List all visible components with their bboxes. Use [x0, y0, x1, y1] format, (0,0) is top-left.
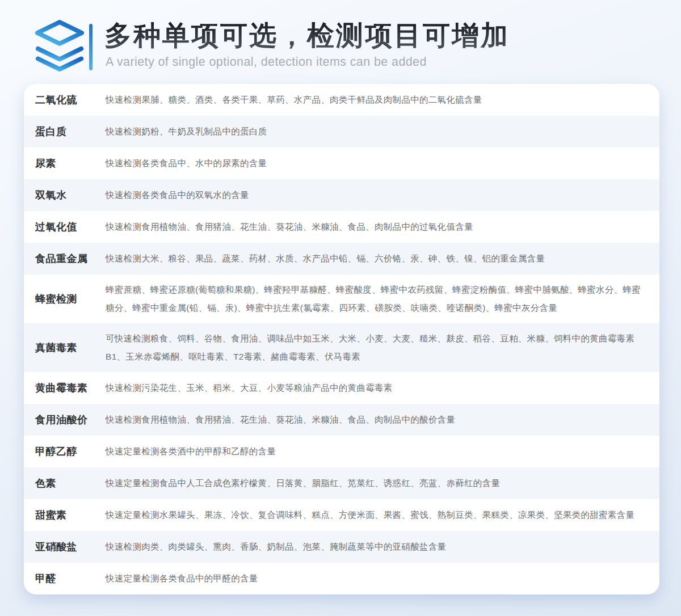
item-name: 亚硝酸盐 — [24, 540, 106, 554]
item-name: 双氧水 — [24, 188, 106, 202]
table-row: 黄曲霉毒素 快速检测污染花生、玉米、稻米、大豆、小麦等粮油产品中的黄曲霉毒素 — [24, 372, 659, 404]
item-description: 快速检测各类食品中、水中的尿素的含量 — [106, 148, 659, 179]
table-row: 甲醛 快速定量检测各类食品中的甲醛的含量 — [24, 563, 659, 594]
item-description: 快速检测各类食品中的双氧水的含量 — [106, 180, 659, 210]
item-name: 真菌毒素 — [24, 341, 106, 355]
item-description: 快速检测果脯、糖类、酒类、各类干果、草药、水产品、肉类干鲜品及肉制品中的二氧化硫… — [106, 85, 659, 115]
item-name: 甲醛 — [24, 572, 106, 585]
item-description: 快速检测肉类、肉类罐头、熏肉、香肠、奶制品、泡菜、腌制蔬菜等中的亚硝酸盐含量 — [106, 531, 659, 562]
item-name: 色素 — [24, 476, 106, 490]
item-description: 快速检测食用植物油、食用猪油、花生油、葵花油、米糠油、食品、肉制品中的酸价含量 — [106, 404, 659, 435]
table-row: 食用油酸价 快速检测食用植物油、食用猪油、花生油、葵花油、米糠油、食品、肉制品中… — [24, 404, 659, 436]
page-header: 多种单项可选，检测项目可增加 A variety of single optio… — [0, 0, 681, 84]
item-description: 快速定量检测各类酒中的甲醇和乙醇的含量 — [106, 436, 659, 467]
page-subtitle: A variety of single optional, detection … — [106, 54, 649, 69]
item-description: 快速检测奶粉、牛奶及乳制品中的蛋白质 — [106, 116, 659, 147]
item-name: 过氧化值 — [24, 220, 106, 234]
item-description: 蜂蜜蔗糖、蜂蜜还原糖(葡萄糖和果糖)、蜂蜜羟甲基糠醛、蜂蜜酸度、蜂蜜中农药残留、… — [106, 275, 659, 323]
table-row: 二氧化硫 快速检测果脯、糖类、酒类、各类干果、草药、水产品、肉类干鲜品及肉制品中… — [24, 84, 659, 116]
item-name: 甜蜜素 — [24, 508, 106, 522]
table-row: 亚硝酸盐 快速检测肉类、肉类罐头、熏肉、香肠、奶制品、泡菜、腌制蔬菜等中的亚硝酸… — [24, 531, 659, 563]
table-row: 蜂蜜检测 蜂蜜蔗糖、蜂蜜还原糖(葡萄糖和果糖)、蜂蜜羟甲基糠醛、蜂蜜酸度、蜂蜜中… — [24, 275, 659, 323]
page: 多种单项可选，检测项目可增加 A variety of single optio… — [0, 0, 681, 616]
item-description: 快速检测大米、粮谷、果品、蔬菜、药材、水质、水产品中铅、镉、六价铬、汞、砷、铁、… — [106, 243, 659, 274]
item-description: 可快速检测粮食、饲料、谷物、食用油、调味品中如玉米、大米、小麦、大麦、糙米、麸皮… — [106, 323, 659, 372]
table-row: 色素 快速定量检测食品中人工合成色素柠檬黄、日落黄、胭脂红、苋菜红、诱惑红、亮蓝… — [24, 467, 659, 499]
item-name: 蜂蜜检测 — [24, 292, 106, 306]
item-description: 快速检测污染花生、玉米、稻米、大豆、小麦等粮油产品中的黄曲霉毒素 — [106, 373, 659, 403]
table-row: 蛋白质 快速检测奶粉、牛奶及乳制品中的蛋白质 — [24, 116, 659, 147]
title-block: 多种单项可选，检测项目可增加 A variety of single optio… — [104, 19, 649, 69]
title-accent-bar — [89, 24, 93, 70]
table-row: 尿素 快速检测各类食品中、水中的尿素的含量 — [24, 147, 659, 179]
item-name: 甲醇乙醇 — [24, 445, 106, 458]
item-name: 食用油酸价 — [24, 413, 106, 427]
item-name: 黄曲霉毒素 — [24, 381, 106, 395]
table-row: 甜蜜素 快速定量检测水果罐头、果冻、冷饮、复合调味料、糕点、方便米面、果酱、蜜饯… — [24, 499, 659, 531]
page-title: 多种单项可选，检测项目可增加 — [104, 19, 649, 52]
item-description: 快速定量检测水果罐头、果冻、冷饮、复合调味料、糕点、方便米面、果酱、蜜饯、熟制豆… — [106, 500, 659, 530]
item-name: 食品重金属 — [24, 252, 106, 265]
item-description: 快速定量检测食品中人工合成色素柠檬黄、日落黄、胭脂红、苋菜红、诱惑红、亮蓝、赤藓… — [106, 468, 659, 499]
table-row: 食品重金属 快速检测大米、粮谷、果品、蔬菜、药材、水质、水产品中铅、镉、六价铬、… — [24, 243, 659, 275]
table-row: 双氧水 快速检测各类食品中的双氧水的含量 — [24, 179, 659, 211]
table-row: 真菌毒素 可快速检测粮食、饲料、谷物、食用油、调味品中如玉米、大米、小麦、大麦、… — [24, 323, 659, 372]
detection-items-table: 二氧化硫 快速检测果脯、糖类、酒类、各类干果、草药、水产品、肉类干鲜品及肉制品中… — [24, 84, 659, 594]
item-name: 二氧化硫 — [24, 93, 106, 107]
table-row: 过氧化值 快速检测食用植物油、食用猪油、花生油、葵花油、米糠油、食品、肉制品中的… — [24, 211, 659, 243]
item-name: 蛋白质 — [24, 125, 106, 138]
layers-stack-icon — [32, 19, 87, 73]
table-row: 甲醇乙醇 快速定量检测各类酒中的甲醇和乙醇的含量 — [24, 436, 659, 467]
item-description: 快速定量检测各类食品中的甲醛的含量 — [106, 563, 659, 594]
item-description: 快速检测食用植物油、食用猪油、花生油、葵花油、米糠油、食品、肉制品中的过氧化值含… — [106, 212, 659, 242]
item-name: 尿素 — [24, 157, 106, 170]
